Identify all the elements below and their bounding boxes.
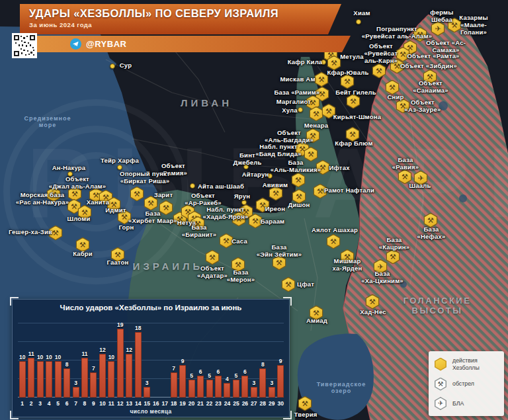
bar-day-26 (241, 376, 248, 398)
legend-item: ✈БЛА (434, 397, 499, 410)
place-label: Снир (387, 93, 403, 101)
artillery-icon: ⚒ (134, 190, 140, 198)
bar-day-5 (55, 361, 62, 398)
place-label: Шааль (409, 182, 431, 189)
place-label: Сур (120, 62, 132, 69)
bar-day-6 (64, 368, 70, 398)
place-label: База «Нефах» (417, 226, 446, 240)
tick-day-30: 30 (275, 400, 286, 407)
artillery-icon: ⚒ (71, 190, 78, 198)
place-label: База «Аль-Маликия» (271, 159, 321, 173)
bar-value: 19 (115, 321, 126, 328)
legend-label: действия Хезболлы (452, 357, 480, 371)
place-label: Ифтах (329, 164, 349, 171)
artillery-icon: ⚒ (273, 190, 279, 197)
artillery-icon: ⚒ (209, 254, 216, 261)
bar-day-2 (28, 358, 34, 398)
bar-value: 8 (257, 361, 268, 368)
place-label: Казармы «Маале-Голани» (456, 14, 491, 36)
artillery-icon: ⚒ (252, 218, 259, 225)
legend-label: обстрел (452, 380, 474, 388)
artillery-icon: ⚒ (71, 203, 77, 210)
bar-day-15 (144, 387, 150, 398)
bar-value: 3 (249, 380, 259, 386)
artillery-icon: ⚒ (121, 214, 128, 221)
bar-day-18 (171, 372, 177, 398)
artillery-icon: ⚒ (390, 253, 396, 261)
drone-icon: ✈ (434, 397, 447, 410)
place-label: Объект «Аль-Багдади» (265, 129, 314, 144)
infographic-canvas: РЫБАРЬ ✈✈✈⚒⚒⚒⚒⚒⚒⚒⚒⚒⚒⚒⚒⚒⚒⚒⚒⚒⚒⚒⚒⚒⚒⚒⚒⚒⚒⚒⚒⚒⚒… (0, 0, 508, 420)
artillery-icon: ⚒ (318, 76, 325, 83)
bar-day-7 (73, 387, 79, 398)
place-label: Кфар-Юваль (327, 69, 368, 76)
bar-value: 3 (71, 380, 81, 386)
place-label: Тейр Харфа (101, 157, 139, 164)
place-label: База «Ха-Цкиним» (361, 270, 403, 284)
channel-banner: @RYBAR (37, 36, 351, 52)
telegram-icon (70, 38, 81, 50)
drone-icon: ✈ (435, 25, 441, 32)
bar-value: 12 (124, 347, 134, 353)
artillery-icon: ⚒ (93, 192, 99, 199)
region-label: Средиземное море (24, 115, 71, 128)
place-label: фермы Шебаа (430, 9, 453, 23)
bar-day-3 (37, 361, 44, 398)
place-label: Бинт Джебель (233, 151, 262, 166)
place-label: Идмит (105, 206, 126, 214)
drone-icon: ✈ (417, 175, 423, 182)
bar-day-20 (189, 380, 195, 398)
town-dot (356, 19, 361, 24)
place-label: Гаатон (106, 259, 128, 266)
town-dot (298, 107, 303, 112)
bar-day-12 (117, 329, 124, 398)
bar-day-11 (108, 361, 114, 398)
place-label: База «Мерон» (227, 269, 255, 283)
gridline (18, 323, 284, 323)
place-label: Ан-Накура (52, 164, 86, 171)
bar-day-25 (233, 380, 239, 398)
place-label: Объект «Рувейсат аль-Карн» (364, 42, 398, 65)
place-label: Объект «Санаима» (413, 79, 448, 94)
town-dot (190, 183, 195, 189)
bar-day-1 (19, 361, 26, 398)
artillery-icon: ⚒ (350, 98, 357, 105)
place-label: База «Эйн Зейтим» (257, 243, 302, 258)
place-label: Авивим (263, 181, 288, 189)
artillery-icon: ⚒ (223, 237, 230, 245)
legend-item: действия Хезболлы (434, 357, 499, 371)
artillery-icon: ⚒ (330, 238, 337, 245)
bar-day-13 (126, 354, 132, 398)
place-label: Гешер-ха-Зив (9, 228, 52, 235)
place-label: Кабри (73, 250, 93, 257)
legend-item: ⚒обстрел (434, 378, 499, 391)
bar-day-8 (81, 358, 88, 398)
artillery-icon: ⚒ (285, 281, 292, 288)
bar-value: 9 (275, 358, 286, 364)
place-label: Бараам (261, 218, 285, 225)
chart-title: Число ударов «Хезболлы» по Израилю за ию… (13, 304, 289, 312)
place-label: База «Рамим» (274, 89, 319, 96)
page-title: УДАРЫ «ХЕЗБОЛЛЫ» ПО СЕВЕРУ ИЗРАИЛЯ (29, 7, 332, 20)
bar-value: 10 (106, 354, 116, 360)
artillery-icon: ⚒ (402, 173, 408, 181)
bar-value: 7 (88, 365, 99, 372)
place-label: Кирьят-Шмона (333, 113, 381, 120)
place-label: Морская база «Рас ан-Накура» (16, 191, 69, 206)
place-label: Объект «Ар-Ракеб» (185, 192, 222, 206)
place-label: Дишон (288, 201, 310, 208)
hezbollah-hex-icon (434, 358, 447, 371)
bar-value: 8 (62, 361, 72, 368)
bar-day-19 (179, 365, 186, 398)
place-label: Хиам (353, 9, 370, 17)
place-label: Набл. пункт «Хадаб-Ярон» (202, 206, 248, 220)
legend-label: БЛА (452, 400, 464, 407)
place-label: Маргалиот (276, 98, 311, 105)
title-banner: УДАРЫ «ХЕЗБОЛЛЫ» ПО СЕВЕРУ ИЗРАИЛЯ За ию… (20, 4, 341, 34)
place-label: Бейт Гилель (335, 89, 376, 96)
place-label: Айтарун (242, 171, 269, 178)
place-label: Иреон (265, 205, 285, 212)
bar-day-10 (99, 354, 106, 398)
place-label: Хад-Нес (360, 308, 386, 315)
bar-day-21 (197, 376, 204, 398)
